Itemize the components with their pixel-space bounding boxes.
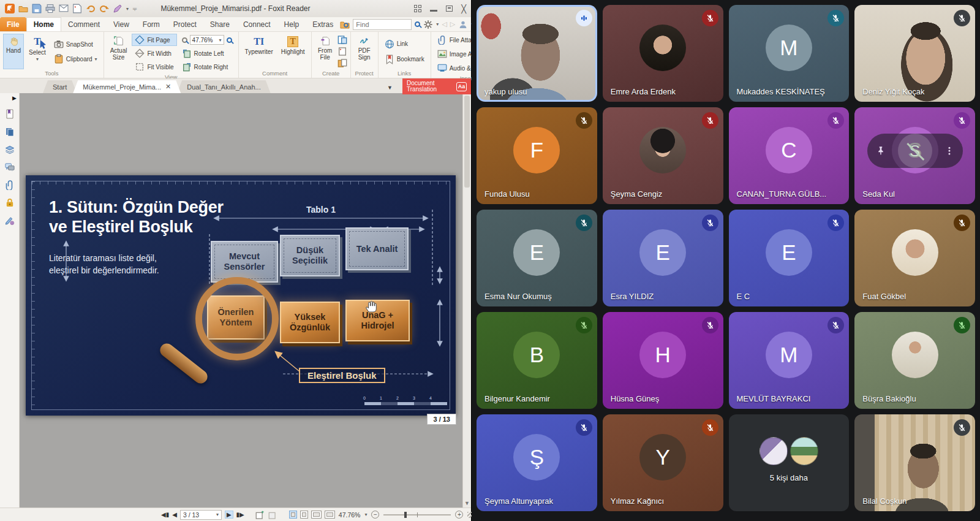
add-view-icon[interactable]: [255, 510, 265, 520]
blank-page-icon[interactable]: [337, 47, 347, 56]
gear-caret[interactable]: ▾: [436, 21, 439, 27]
document-tab[interactable]: Mükemmel_Proje_Mima... ✕: [73, 80, 181, 93]
participant-tile[interactable]: E E C: [729, 210, 850, 306]
minimize-button[interactable]: [430, 10, 437, 12]
pin-icon[interactable]: [875, 145, 886, 156]
tab-list-caret[interactable]: ▼: [387, 85, 393, 91]
gear-icon[interactable]: [423, 20, 433, 29]
zoom-out-icon[interactable]: [182, 37, 187, 43]
find-input[interactable]: [353, 19, 412, 30]
participant-tile[interactable]: Büşra Bakioğlu: [854, 312, 975, 409]
page-number-field[interactable]: 3 / 13▾: [180, 510, 222, 520]
prev-page-button[interactable]: ◀: [172, 511, 177, 518]
open-icon[interactable]: [18, 4, 28, 13]
bookmarks-panel-icon[interactable]: [5, 109, 15, 119]
sidebar-expand-icon[interactable]: ▶: [12, 95, 17, 101]
layers-panel-icon[interactable]: [5, 145, 15, 154]
email-icon[interactable]: [59, 4, 69, 13]
menu-tab-view[interactable]: View: [107, 17, 136, 31]
document-tab[interactable]: Dual_Tanı_Akıllı_Anah...: [177, 80, 270, 93]
from-clipboard-icon[interactable]: [337, 58, 347, 68]
next-page-button[interactable]: ▶: [225, 511, 233, 519]
pdf-sign-button[interactable]: PDF Sign: [354, 34, 375, 69]
participant-tile[interactable]: Bilal Coşkun: [854, 414, 975, 511]
statusbar-zoom-value[interactable]: 47.76%: [339, 511, 361, 519]
first-page-button[interactable]: ◀▮: [161, 511, 169, 518]
menu-tab-extras[interactable]: Extras: [306, 17, 340, 31]
search-icon[interactable]: [415, 21, 420, 27]
comments-panel-icon[interactable]: [5, 162, 15, 172]
close-button[interactable]: ╳: [461, 5, 466, 13]
history-back-icon[interactable]: ◁: [442, 20, 447, 28]
participant-tile[interactable]: E Esma Nur Okumuş: [477, 210, 597, 306]
participant-tile[interactable]: Y Yılmaz Kağnıcı: [603, 414, 723, 511]
menu-tab-home[interactable]: Home: [26, 17, 61, 31]
attachments-panel-icon[interactable]: [5, 180, 15, 190]
remove-view-icon[interactable]: [268, 510, 278, 520]
typewriter-button[interactable]: TI Typewriter: [242, 34, 276, 69]
participant-tile[interactable]: yakup ulusu: [477, 5, 597, 102]
menu-tab-help[interactable]: Help: [277, 17, 306, 31]
from-file-button[interactable]: From File: [315, 34, 336, 69]
pdf-slide-page[interactable]: 1. Sütun: Özgün Değer ve Eleştirel Boşlu…: [26, 175, 456, 416]
participant-tile[interactable]: C CANAN_TURNA GÜLB...: [729, 107, 850, 204]
account-icon[interactable]: [458, 20, 468, 29]
highlight-button[interactable]: T Highlight: [278, 34, 308, 69]
hand-tool-button[interactable]: Hand: [3, 34, 24, 69]
zoom-out-button[interactable]: −: [371, 511, 379, 519]
new-document-icon[interactable]: [72, 4, 82, 13]
participant-tile[interactable]: M MEVLÜT BAYRAKCI: [729, 312, 850, 409]
layout-grid-icon[interactable]: [414, 5, 421, 12]
pen-tool-icon[interactable]: [113, 4, 123, 13]
history-forward-icon[interactable]: ▷: [450, 20, 455, 28]
fit-visible-button[interactable]: Fit Visible: [132, 61, 176, 73]
scroll-down-icon[interactable]: ▼: [463, 500, 471, 506]
more-options-icon[interactable]: [944, 145, 955, 156]
participant-tile[interactable]: F Funda Ulusu: [477, 107, 597, 204]
select-tool-button[interactable]: T Select▾: [26, 34, 49, 69]
search-folder-icon[interactable]: [340, 20, 350, 29]
menu-tab-share[interactable]: Share: [203, 17, 236, 31]
bookmark-button[interactable]: Bookmark: [382, 53, 428, 66]
rotate-right-button[interactable]: Rotate Right: [179, 61, 235, 73]
fit-page-button[interactable]: Fit Page: [132, 34, 176, 46]
qat-customize-icon[interactable]: ᆕ: [132, 6, 137, 12]
document-tab[interactable]: Start: [43, 80, 77, 93]
participant-tile[interactable]: Emre Arda Erdenk: [603, 5, 723, 102]
document-translation-button[interactable]: Document Translation Aa: [402, 78, 471, 94]
zoom-slider[interactable]: [383, 514, 451, 515]
fit-width-button[interactable]: Fit Width: [132, 47, 176, 59]
scrollbar-thumb[interactable]: [464, 96, 470, 188]
menu-tab-protect[interactable]: Protect: [167, 17, 203, 31]
continuous-facing-view-icon[interactable]: [325, 511, 335, 519]
muted-avatar-indicator[interactable]: S: [898, 134, 932, 168]
participant-tile[interactable]: Deniz Yiğit Koçak: [854, 5, 975, 102]
pages-panel-icon[interactable]: [5, 127, 15, 137]
vertical-scrollbar[interactable]: ▼: [462, 93, 471, 508]
menu-tab-connect[interactable]: Connect: [236, 17, 277, 31]
zoom-in-button[interactable]: +: [455, 511, 463, 519]
redo-icon[interactable]: [99, 4, 109, 13]
zoom-slider-knob[interactable]: [404, 512, 407, 518]
participant-tile[interactable]: Şeyma Cengiz: [603, 107, 723, 204]
menu-tab-file[interactable]: File: [0, 17, 26, 31]
single-page-view-icon[interactable]: [289, 511, 297, 519]
participant-tile[interactable]: H Hüsna Güneş: [603, 312, 723, 409]
menu-tab-comment[interactable]: Comment: [61, 17, 107, 31]
clipboard-button[interactable]: Clipboard▾: [51, 53, 100, 65]
participant-tile[interactable]: M Mukaddes KESKİNATEŞ: [729, 5, 850, 102]
participant-tile[interactable]: S Seda Kul S: [854, 107, 975, 204]
participant-tile[interactable]: Fuat Gökbel: [854, 210, 975, 306]
signature-panel-icon[interactable]: [5, 216, 15, 226]
statusbar-zoom-caret[interactable]: ▾: [364, 512, 367, 517]
print-icon[interactable]: [45, 4, 55, 13]
last-page-button[interactable]: ▮▶: [236, 511, 244, 518]
zoom-in-icon[interactable]: [227, 37, 232, 43]
menu-tab-form[interactable]: Form: [136, 17, 167, 31]
zoom-value-box[interactable]: 47.76%▾: [190, 35, 224, 45]
combine-files-icon[interactable]: [337, 35, 347, 45]
restore-button[interactable]: [446, 6, 453, 12]
qat-dropdown-caret[interactable]: ▾: [126, 6, 129, 12]
rotate-left-button[interactable]: Rotate Left: [179, 47, 235, 59]
tab-close-icon[interactable]: ✕: [165, 83, 171, 91]
